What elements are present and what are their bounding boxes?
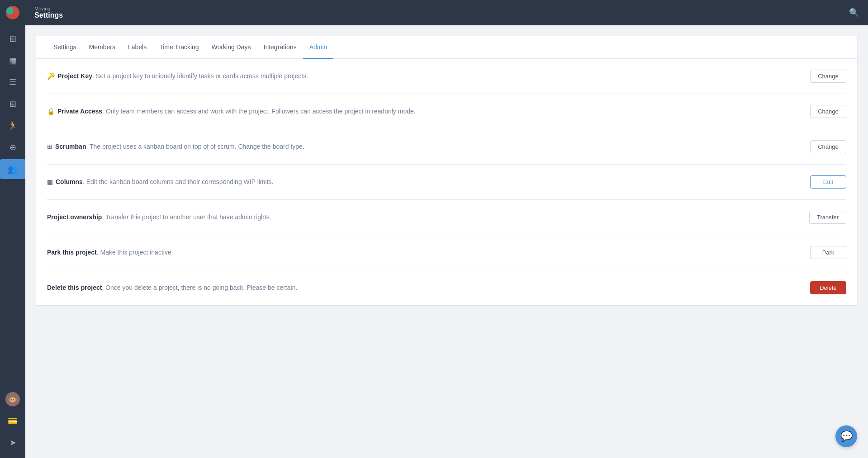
project-ownership-desc: . Transfer this project to another user … — [102, 213, 271, 221]
tab-members[interactable]: Members — [83, 36, 122, 59]
chat-icon: 💬 — [840, 430, 853, 442]
tab-labels[interactable]: Labels — [122, 36, 153, 59]
project-key-desc: . Set a project key to uniquely identify… — [92, 72, 308, 80]
dashboard-icon: ⊞ — [9, 34, 16, 44]
sidebar-item-board[interactable]: ▦ — [0, 51, 25, 71]
columns-label: Columns — [56, 178, 83, 185]
sidebar-item-avatar[interactable]: 🐵 — [0, 389, 25, 409]
park-project-label: Park this project — [47, 249, 97, 256]
project-key-label: Project Key — [57, 72, 92, 80]
row-delete-project-text: Delete this project. Once you delete a p… — [47, 283, 810, 293]
columns-icon: ▦ — [47, 178, 53, 185]
stack-icon: ⊕ — [9, 142, 16, 152]
row-delete-project: Delete this project. Once you delete a p… — [47, 270, 846, 305]
row-columns-text: ▦Columns. Edit the kanban board columns … — [47, 177, 810, 187]
project-label: Moving — [34, 6, 63, 11]
arrow-icon: ➤ — [9, 438, 16, 448]
search-icon[interactable]: 🔍 — [849, 8, 859, 18]
page-title: Settings — [34, 11, 63, 19]
project-ownership-transfer-button[interactable]: Transfer — [809, 211, 846, 224]
park-project-desc: . Make this project inactive. — [97, 249, 173, 256]
row-scrumban-text: ⊞Scrumban. The project uses a kanban boa… — [47, 142, 810, 151]
sidebar-item-arrow[interactable]: ➤ — [0, 433, 25, 453]
scrumban-label: Scrumban — [55, 143, 86, 150]
row-project-key-text: 🔑Project Key. Set a project key to uniqu… — [47, 71, 810, 81]
settings-card: Settings Members Labels Time Tracking Wo… — [36, 36, 857, 305]
logo[interactable] — [0, 0, 25, 25]
row-private-access-text: 🔒Private Access. Only team members can a… — [47, 107, 810, 116]
row-park-project-text: Park this project. Make this project ina… — [47, 248, 810, 257]
sidebar-item-activity[interactable]: 🏃 — [0, 116, 25, 136]
park-project-button[interactable]: Park — [810, 246, 846, 259]
row-scrumban: ⊞Scrumban. The project uses a kanban boa… — [47, 129, 846, 165]
scrumban-icon: ⊞ — [47, 143, 52, 150]
delete-project-button[interactable]: Delete — [810, 281, 846, 294]
sidebar-item-grid[interactable]: ⊞ — [0, 94, 25, 114]
project-ownership-label: Project ownership — [47, 213, 102, 221]
delete-project-label: Delete this project — [47, 284, 102, 291]
sidebar-item-stack[interactable]: ⊕ — [0, 137, 25, 157]
activity-icon: 🏃 — [8, 121, 18, 131]
chat-button[interactable]: 💬 — [835, 425, 857, 447]
delete-project-desc: . Once you delete a project, there is no… — [102, 284, 297, 291]
row-park-project: Park this project. Make this project ina… — [47, 235, 846, 270]
sidebar-item-team[interactable]: 👥 — [0, 159, 25, 179]
tab-settings[interactable]: Settings — [47, 36, 83, 59]
content: Settings Members Labels Time Tracking Wo… — [25, 25, 868, 458]
private-access-label: Private Access — [57, 108, 102, 115]
settings-content: 🔑Project Key. Set a project key to uniqu… — [36, 59, 857, 305]
topbar: Moving Settings 🔍 — [25, 0, 868, 25]
lock-icon: 🔒 — [47, 108, 55, 115]
row-project-ownership: Project ownership. Transfer this project… — [47, 200, 846, 235]
scrumban-desc: . The project uses a kanban board on top… — [86, 143, 304, 150]
sidebar: ⊞ ▦ ☰ ⊞ 🏃 ⊕ 👥 🐵 💳 ➤ — [0, 0, 25, 458]
row-columns: ▦Columns. Edit the kanban board columns … — [47, 165, 846, 200]
sidebar-nav: ⊞ ▦ ☰ ⊞ 🏃 ⊕ 👥 — [0, 25, 25, 389]
board-icon: ▦ — [9, 56, 17, 66]
billing-icon: 💳 — [8, 416, 18, 426]
user-avatar[interactable]: 🐵 — [5, 392, 20, 406]
sidebar-item-menu[interactable]: ☰ — [0, 72, 25, 92]
key-icon: 🔑 — [47, 72, 55, 80]
main: Moving Settings 🔍 Settings Members Label… — [25, 0, 868, 458]
columns-edit-button[interactable]: Edit — [810, 175, 846, 189]
row-project-key: 🔑Project Key. Set a project key to uniqu… — [47, 59, 846, 94]
team-icon: 👥 — [8, 164, 18, 174]
scrumban-change-button[interactable]: Change — [810, 140, 846, 153]
columns-desc: . Edit the kanban board columns and thei… — [83, 178, 274, 185]
row-private-access: 🔒Private Access. Only team members can a… — [47, 94, 846, 129]
topbar-title: Moving Settings — [34, 6, 63, 19]
tab-admin[interactable]: Admin — [303, 36, 334, 59]
tabs: Settings Members Labels Time Tracking Wo… — [36, 36, 857, 59]
project-key-change-button[interactable]: Change — [810, 70, 846, 83]
grid-icon: ⊞ — [9, 99, 16, 109]
menu-icon: ☰ — [9, 77, 16, 87]
svg-point-1 — [6, 7, 14, 14]
private-access-change-button[interactable]: Change — [810, 105, 846, 118]
tab-working-days[interactable]: Working Days — [205, 36, 257, 59]
tab-integrations[interactable]: Integrations — [257, 36, 303, 59]
sidebar-item-billing[interactable]: 💳 — [0, 411, 25, 431]
sidebar-item-dashboard[interactable]: ⊞ — [0, 29, 25, 49]
private-access-desc: . Only team members can access and work … — [102, 108, 416, 115]
sidebar-bottom: 🐵 💳 ➤ — [0, 389, 25, 458]
tab-time-tracking[interactable]: Time Tracking — [153, 36, 205, 59]
row-project-ownership-text: Project ownership. Transfer this project… — [47, 212, 809, 222]
